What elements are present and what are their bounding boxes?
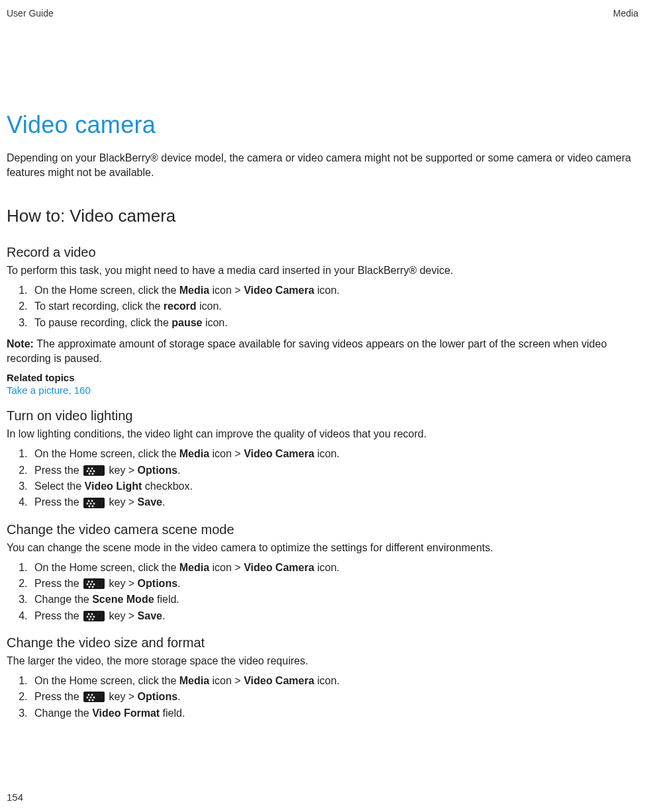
svg-point-5 [93,470,95,472]
svg-point-2 [91,467,93,469]
size-steps: On the Home screen, click the Media icon… [7,674,638,721]
svg-point-25 [88,613,90,615]
svg-point-4 [90,470,92,472]
doc-header: User Guide Media [7,8,638,19]
lighting-steps: On the Home screen, click the Media icon… [7,447,638,510]
related-link-take-a-picture[interactable]: Take a picture, 160 [7,384,91,396]
svg-point-26 [91,613,93,615]
svg-point-13 [93,502,95,504]
blackberry-menu-key-icon [83,498,105,508]
svg-point-10 [91,500,93,502]
svg-point-37 [93,697,95,699]
section-heading-howto: How to: Video camera [7,206,638,226]
svg-point-9 [88,500,90,502]
svg-point-35 [87,697,89,699]
svg-point-21 [93,584,95,586]
scene-steps: On the Home screen, click the Media icon… [7,561,638,624]
record-intro: To perform this task, you might need to … [7,264,638,278]
svg-point-38 [89,699,91,701]
blackberry-menu-key-icon [83,611,105,621]
svg-point-30 [89,618,91,620]
svg-point-28 [90,615,92,617]
svg-point-3 [87,470,89,472]
svg-point-11 [87,502,89,504]
list-item: Press the key > Options. [30,690,638,704]
page-title: Video camera [7,111,638,139]
blackberry-menu-key-icon [83,465,105,476]
subsection-lighting: Turn on video lighting [7,408,638,424]
list-item: To start recording, click the record ico… [30,299,638,314]
list-item: Press the key > Options. [30,463,638,478]
subsection-scene: Change the video camera scene mode [7,522,638,537]
svg-point-33 [88,694,90,696]
list-item: Press the key > Save. [30,495,638,510]
svg-point-17 [88,581,90,583]
svg-point-15 [92,505,94,507]
svg-point-20 [90,584,92,586]
svg-point-6 [89,473,91,474]
list-item: Change the Scene Mode field. [30,592,638,607]
svg-point-7 [92,473,94,474]
svg-point-39 [92,699,94,701]
list-item: On the Home screen, click the Media icon… [30,283,638,298]
svg-point-19 [87,584,89,586]
page-number: 154 [7,791,23,803]
related-topics-heading: Related topics [7,372,638,383]
svg-point-34 [91,694,93,696]
svg-point-31 [92,618,94,620]
svg-point-14 [89,505,91,507]
subsection-record: Record a video [7,245,638,260]
size-intro: The larger the video, the more storage s… [7,654,638,668]
scene-intro: You can change the scene mode in the vid… [7,541,638,555]
svg-point-1 [88,467,90,469]
svg-point-36 [90,697,92,699]
header-left: User Guide [7,8,54,19]
blackberry-menu-key-icon [83,578,105,589]
header-right: Media [613,8,638,19]
record-note: Note: The approximate amount of storage … [7,337,638,365]
list-item: Change the Video Format field. [30,706,638,721]
intro-paragraph: Depending on your BlackBerry® device mod… [7,151,638,179]
svg-point-27 [87,615,89,617]
record-steps: On the Home screen, click the Media icon… [7,283,638,330]
svg-point-18 [91,581,93,583]
blackberry-menu-key-icon [83,692,105,702]
list-item: On the Home screen, click the Media icon… [30,447,638,461]
list-item: On the Home screen, click the Media icon… [30,674,638,688]
list-item: Select the Video Light checkbox. [30,479,638,494]
svg-point-23 [92,586,94,588]
svg-point-12 [90,502,92,504]
lighting-intro: In low lighting conditions, the video li… [7,428,638,441]
svg-point-22 [89,586,91,588]
list-item: On the Home screen, click the Media icon… [30,561,638,575]
list-item: Press the key > Options. [30,576,638,591]
subsection-size: Change the video size and format [7,635,638,651]
list-item: Press the key > Save. [30,609,638,623]
list-item: To pause recording, click the pause icon… [30,316,638,330]
svg-point-29 [93,615,95,617]
